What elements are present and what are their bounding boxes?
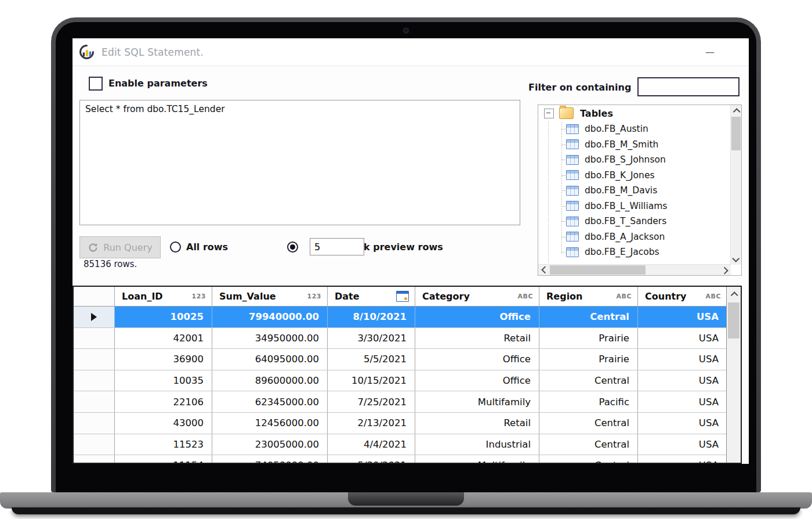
scrollbar-thumb[interactable] xyxy=(731,117,741,150)
table-cell[interactable]: USA xyxy=(637,434,727,455)
table-cell[interactable]: 11523 xyxy=(114,434,212,455)
table-cell[interactable]: 10035 xyxy=(114,370,212,391)
table-cell[interactable]: 42001 xyxy=(114,328,212,349)
table-cell[interactable]: 22106 xyxy=(114,391,212,412)
tree-table-item[interactable]: dbo.FB_Austin xyxy=(538,121,731,137)
table-cell[interactable]: USA xyxy=(637,413,727,434)
column-header-date[interactable]: Date xyxy=(327,287,415,306)
column-header-category[interactable]: CategoryABC xyxy=(415,287,539,306)
preview-rows-radio[interactable] xyxy=(287,242,298,253)
tree-collapse-icon[interactable] xyxy=(544,109,554,118)
table-cell[interactable]: 4/4/2021 xyxy=(327,434,415,455)
scrollbar-thumb[interactable] xyxy=(550,265,646,275)
tree-table-item[interactable]: dbo.FB_M_Smith xyxy=(538,137,731,153)
row-selector-cell[interactable] xyxy=(74,307,114,327)
table-cell[interactable]: USA xyxy=(637,307,727,327)
row-selector-cell[interactable] xyxy=(74,328,114,349)
table-row[interactable]: 1002579940000.008/10/2021OfficeCentralUS… xyxy=(74,307,741,328)
minimize-button[interactable]: — xyxy=(705,45,715,58)
table-row[interactable]: 1003589600000.0010/15/2021OfficeCentralU… xyxy=(74,370,741,392)
table-cell[interactable]: Office xyxy=(415,370,539,391)
table-row[interactable]: 4300012456000.002/13/2021RetailCentralUS… xyxy=(74,413,741,434)
column-header-loan_id[interactable]: Loan_ID123 xyxy=(114,287,212,306)
scroll-up-button[interactable] xyxy=(727,287,741,301)
grid-vertical-scrollbar[interactable] xyxy=(726,287,741,463)
table-row[interactable]: 4200134950000.003/30/2021RetailPrairieUS… xyxy=(74,328,741,349)
table-cell[interactable]: 64095000.00 xyxy=(212,349,327,370)
tree-table-item[interactable]: dbo.FB_A_Jackson xyxy=(538,229,731,245)
table-cell[interactable]: 3/30/2021 xyxy=(327,328,415,349)
table-cell[interactable]: Central xyxy=(539,307,637,327)
tree-table-item[interactable]: dbo.FB_K_Jones xyxy=(538,168,731,183)
scrollbar-thumb[interactable] xyxy=(728,302,740,338)
table-cell[interactable]: Central xyxy=(539,413,637,434)
all-rows-radio[interactable] xyxy=(170,242,181,253)
tree-table-item[interactable]: dbo.FB_S_Johnson xyxy=(538,152,731,168)
row-selector-header[interactable] xyxy=(74,287,114,306)
row-selector-cell[interactable] xyxy=(74,370,114,391)
sql-statement-editor[interactable]: Select * from dbo.TC15_Lender xyxy=(79,100,520,225)
column-header-region[interactable]: RegionABC xyxy=(539,287,637,306)
row-selector-cell[interactable] xyxy=(74,434,114,455)
table-cell[interactable]: 5/30/2021 xyxy=(327,455,415,464)
table-row[interactable]: 2210662345000.007/25/2021MultifamilyPaci… xyxy=(74,391,741,413)
tree-vertical-scrollbar[interactable] xyxy=(730,105,741,265)
table-cell[interactable]: 10/15/2021 xyxy=(327,370,415,391)
table-cell[interactable]: Prairie xyxy=(539,328,637,349)
table-cell[interactable]: USA xyxy=(637,349,727,370)
table-cell[interactable]: 11154 xyxy=(114,455,212,464)
table-cell[interactable]: Central xyxy=(539,455,637,464)
row-selector-cell[interactable] xyxy=(74,349,114,370)
table-cell[interactable]: 2/13/2021 xyxy=(327,413,415,434)
scroll-up-button[interactable] xyxy=(731,105,741,116)
table-cell[interactable]: 8/10/2021 xyxy=(327,307,415,327)
table-cell[interactable]: Prairie xyxy=(539,349,637,370)
table-cell[interactable]: 79940000.00 xyxy=(212,307,327,327)
table-cell[interactable]: 34950000.00 xyxy=(212,328,327,349)
table-cell[interactable]: 36900 xyxy=(114,349,212,370)
table-cell[interactable]: 89600000.00 xyxy=(212,370,327,391)
table-cell[interactable]: Multifamily xyxy=(415,391,539,412)
table-cell[interactable]: USA xyxy=(637,455,727,464)
table-cell[interactable]: 23005000.00 xyxy=(212,434,327,455)
scroll-down-button[interactable] xyxy=(731,254,741,265)
table-row[interactable]: 3690064095000.005/5/2021OfficePrairieUSA xyxy=(74,349,741,370)
table-cell[interactable]: Office xyxy=(415,307,539,327)
table-cell[interactable]: Office xyxy=(415,349,539,370)
table-cell[interactable]: Industrial xyxy=(415,434,539,455)
row-selector-cell[interactable] xyxy=(74,455,114,464)
table-cell[interactable]: Retail xyxy=(415,413,539,434)
row-selector-cell[interactable] xyxy=(74,391,114,412)
table-cell[interactable]: 62345000.00 xyxy=(212,391,327,412)
table-cell[interactable]: Central xyxy=(539,434,637,455)
tree-root-tables[interactable]: Tables xyxy=(538,105,731,121)
column-header-sum_value[interactable]: Sum_Value123 xyxy=(212,287,327,306)
table-cell[interactable]: Multifamily xyxy=(415,455,539,464)
tree-table-item[interactable]: dbo.FB_T_Sanders xyxy=(538,214,731,229)
scroll-right-button[interactable] xyxy=(720,265,731,275)
table-cell[interactable]: USA xyxy=(637,370,727,391)
table-cell[interactable]: 43000 xyxy=(114,413,212,434)
run-query-button[interactable]: Run Query xyxy=(79,236,161,258)
table-cell[interactable]: Central xyxy=(539,370,637,391)
column-header-country[interactable]: CountryABC xyxy=(637,287,727,306)
table-cell[interactable]: USA xyxy=(637,328,727,349)
tree-table-item[interactable]: dbo.FB_L_Williams xyxy=(538,199,731,214)
table-cell[interactable]: 10025 xyxy=(114,307,212,327)
scroll-left-button[interactable] xyxy=(538,265,549,275)
tree-table-item[interactable]: dbo.FB_M_Davis xyxy=(538,183,731,199)
tree-horizontal-scrollbar[interactable] xyxy=(538,264,731,275)
table-row[interactable]: 1115474050000.005/30/2021MultifamilyCent… xyxy=(74,455,741,464)
row-selector-cell[interactable] xyxy=(74,413,114,434)
table-cell[interactable]: 12456000.00 xyxy=(212,413,327,434)
table-cell[interactable]: 5/5/2021 xyxy=(327,349,415,370)
table-cell[interactable]: Pacific xyxy=(539,391,637,412)
table-cell[interactable]: USA xyxy=(637,391,727,412)
table-cell[interactable]: 74050000.00 xyxy=(212,455,327,464)
preview-rows-input[interactable] xyxy=(310,238,364,255)
table-row[interactable]: 1152323005000.004/4/2021IndustrialCentra… xyxy=(74,434,741,456)
table-cell[interactable]: Retail xyxy=(415,328,539,349)
tree-table-item[interactable]: dbo.FB_E_Jacobs xyxy=(538,244,731,260)
enable-parameters-checkbox[interactable] xyxy=(89,77,103,91)
filter-input[interactable] xyxy=(637,77,740,96)
